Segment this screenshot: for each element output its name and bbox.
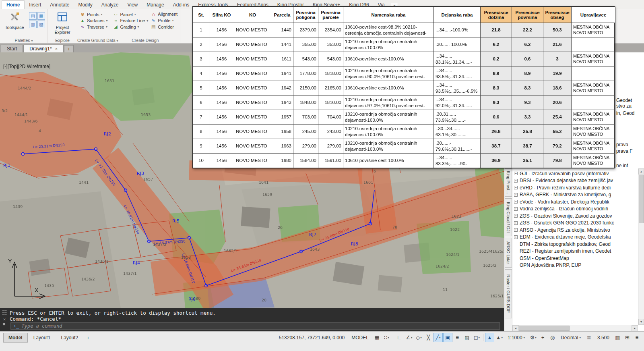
- manhole-node-rj4[interactable]: [148, 240, 151, 243]
- manhole-node-rj8[interactable]: [369, 222, 372, 225]
- selection-cycling-icon[interactable]: ◻▾: [472, 333, 481, 342]
- panel-label-create-ground-data[interactable]: Create Ground Data ▾: [77, 38, 110, 43]
- units[interactable]: Decimal▾: [557, 333, 584, 342]
- model-space-button[interactable]: MODEL: [348, 333, 372, 342]
- menu-icon[interactable]: ≣: [584, 333, 594, 342]
- expand-icon[interactable]: +: [514, 200, 518, 204]
- tree-item-raba-gerk-minis[interactable]: +RABA, GERK - Ministrstvo za kmetijstvo,…: [512, 191, 638, 199]
- scroll-down-icon[interactable]: ▾: [638, 319, 644, 325]
- expand-icon[interactable]: +: [514, 193, 518, 197]
- command-drag-handle[interactable]: [2, 309, 7, 316]
- palette-tab-arso-lidar[interactable]: ARSO Lidar: [505, 238, 512, 268]
- ribbon-tab-home[interactable]: Home: [2, 0, 25, 9]
- palette-tab-raster-gurs-dof[interactable]: Raster / GURS DOF: [505, 269, 512, 318]
- palette-tab-king-cloud-gji[interactable]: King.Cloud / GJI: [505, 198, 512, 236]
- ribbon-tab-view[interactable]: View: [123, 1, 142, 9]
- points-button[interactable]: ⊕Points▾: [80, 12, 107, 17]
- ribbon-tab-modify[interactable]: Modify: [74, 1, 97, 9]
- lineweight-icon[interactable]: ≡: [453, 333, 462, 342]
- expand-icon[interactable]: +: [514, 186, 518, 189]
- layout-tab-layout1[interactable]: Layout1: [29, 333, 56, 342]
- expand-icon[interactable]: +: [514, 221, 518, 225]
- object-snap-tracking-icon[interactable]: ╳: [424, 333, 433, 342]
- tree-item-dtm-zbirka-topog[interactable]: DTM - Zbirka topografskih podatkov, Geod: [512, 241, 638, 248]
- tree-item-opn-ajdov-ina-pnr[interactable]: OPN Ajdovščina PNRP, EUP: [512, 262, 638, 269]
- coordinates[interactable]: 513208.157, 73721.649, 0.000: [276, 333, 348, 342]
- grading-button[interactable]: ◢Grading▾: [113, 24, 148, 29]
- annotation-scale[interactable]: 1:1000▾: [504, 333, 528, 342]
- feature-line-button[interactable]: ≈Feature Line▾: [113, 18, 148, 23]
- manhole-node-rj1[interactable]: [22, 153, 25, 156]
- customization-icon[interactable]: ≡: [632, 333, 642, 342]
- tree-item-zgs-osnutek-ggn[interactable]: +ZGS - Osnutek GGN GGO 2021-2030 funkc: [512, 220, 638, 227]
- tree-item-osm-openstreetma[interactable]: OSM - OpenStreetMap: [512, 255, 638, 262]
- tree-horizontal-scrollbar[interactable]: ◂ ▸: [512, 325, 638, 331]
- tree-vertical-scrollbar[interactable]: ▴ ▾: [638, 168, 644, 325]
- ribbon-tab-annotate[interactable]: Annotate: [45, 1, 74, 9]
- isolate-objects-icon[interactable]: ◎: [548, 333, 557, 342]
- panel-label-explore[interactable]: Explore: [48, 38, 77, 43]
- scroll-up-icon[interactable]: ▴: [638, 168, 644, 174]
- toolspace-toggle-3-icon[interactable]: ▥: [29, 21, 37, 28]
- vertical-scroll-thumb[interactable]: [639, 175, 644, 223]
- grid-icon[interactable]: ▦: [372, 333, 382, 342]
- expand-icon[interactable]: +: [514, 179, 518, 183]
- profile-button[interactable]: ∿Profile▾: [151, 18, 178, 23]
- toolspace-toggle-1-icon[interactable]: ▤: [29, 12, 37, 20]
- scroll-left-icon[interactable]: ◂: [512, 325, 519, 331]
- object-snap-icon[interactable]: ╱▾: [433, 333, 443, 342]
- ribbon-tab-manage[interactable]: Manage: [142, 1, 168, 9]
- viewport-controls-label[interactable]: [-][Top][2D Wireframe]: [3, 64, 50, 69]
- tree-item-gji-izra-un-varo[interactable]: +GJI - Izračun varovalnih pasov (informa…: [512, 170, 638, 177]
- tree-item-evrd-pravni-re-i[interactable]: +eVRD - Pravni režimi varstva kulturne d…: [512, 184, 638, 191]
- expand-icon[interactable]: +: [514, 207, 518, 211]
- manhole-node-rj3[interactable]: [124, 189, 127, 192]
- expand-icon[interactable]: +: [514, 235, 518, 239]
- toolspace-toggle-2-icon[interactable]: ▦: [37, 12, 45, 20]
- manhole-node-rj7[interactable]: [300, 250, 303, 253]
- isodraft-icon[interactable]: ◇▾: [414, 333, 423, 342]
- command-input[interactable]: [21, 323, 497, 329]
- layout-tab-model[interactable]: Model: [3, 333, 28, 343]
- scroll-right-icon[interactable]: ▸: [632, 325, 638, 331]
- document-tab-drawing1[interactable]: Drawing1*×: [23, 45, 64, 52]
- project-explorer-button[interactable]: Project Explorer: [50, 10, 74, 35]
- expand-icon[interactable]: +: [514, 214, 518, 218]
- tree-item-vodna-zemlji-a[interactable]: +Vodna zemljišča - Izračun območij vodni…: [512, 206, 638, 213]
- traverse-button[interactable]: ∿Traverse▾: [80, 24, 107, 29]
- customize-wrench-icon[interactable]: [2, 323, 7, 329]
- tree-item-zgs-gozdovi-slov[interactable]: +ZGS - Gozdovi Slovenije, Zavod za gozdo…: [512, 212, 638, 220]
- toolspace-button[interactable]: Toolspace: [2, 10, 27, 30]
- expand-icon[interactable]: +: [514, 228, 518, 232]
- snap-icon[interactable]: ∷▾: [382, 333, 391, 342]
- new-layout-button[interactable]: +: [84, 334, 93, 342]
- manhole-node-rj2[interactable]: [95, 148, 97, 151]
- expand-icon[interactable]: +: [514, 172, 518, 175]
- parcel-button[interactable]: ▱Parcel▾: [113, 12, 148, 17]
- surfaces-button[interactable]: ▲Surfaces▾: [80, 18, 107, 23]
- corridor-button[interactable]: ▤Corridor: [151, 24, 178, 29]
- ribbon-tab-insert[interactable]: Insert: [25, 1, 45, 9]
- horizontal-scroll-thumb[interactable]: [519, 326, 570, 331]
- tree-item-evode-vodni-kata[interactable]: +eVode - Vodni kataster, Direkcija Repub…: [512, 198, 638, 206]
- close-icon[interactable]: ×: [3, 318, 6, 322]
- workspace-gear-icon[interactable]: ⚙▾: [528, 333, 538, 342]
- dynamic-input-icon[interactable]: ▣: [443, 333, 452, 342]
- customize-plus-icon[interactable]: +: [538, 333, 547, 342]
- toolspace-toggle-4-icon[interactable]: ▧: [37, 21, 45, 28]
- annotation-visibility-icon[interactable]: ▲: [485, 333, 494, 342]
- clean-screen-icon[interactable]: ⊞: [623, 333, 632, 342]
- autoscale-icon[interactable]: ▲▾: [495, 333, 504, 342]
- tree-item-arso-agencija-rs[interactable]: +ARSO - Agencija RS za okolje, Ministrst…: [512, 226, 638, 234]
- graphics-performance-icon[interactable]: ▥: [613, 333, 622, 342]
- ribbon-tab-add-ins[interactable]: Add-ins: [169, 1, 194, 9]
- transparency-icon[interactable]: ▨: [462, 333, 472, 342]
- precision[interactable]: 3.500: [594, 333, 613, 342]
- layout-tab-layout2[interactable]: Layout2: [56, 333, 83, 342]
- tree-item-edm-evidenca-dr[interactable]: +EDM - Evidenca državne meje, Geodetska: [512, 234, 638, 241]
- panel-label-palettes[interactable]: Palettes ▾: [0, 38, 47, 43]
- new-drawing-button[interactable]: +: [64, 45, 74, 52]
- close-icon[interactable]: ×: [55, 46, 58, 51]
- alignment-button[interactable]: ∩Alignment: [151, 12, 178, 17]
- tree-item-drsi-evidenca-de[interactable]: +DRSI - Evidenca dejanske rabe zemljišč …: [512, 177, 638, 185]
